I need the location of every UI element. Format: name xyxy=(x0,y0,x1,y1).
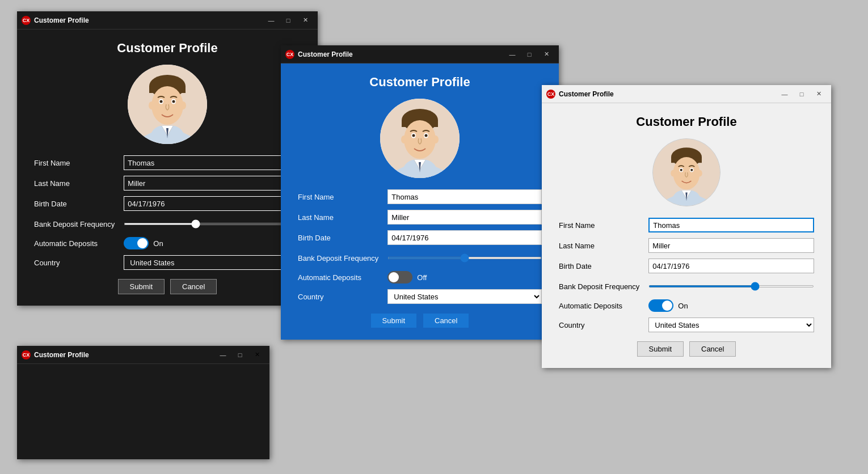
maximize-button-dark-partial[interactable]: □ xyxy=(232,349,248,361)
auto-deposits-toggle-dark[interactable] xyxy=(124,237,149,249)
auto-deposits-toggle-wrap-blue: Off xyxy=(387,271,542,283)
first-name-input-light[interactable] xyxy=(648,218,814,232)
country-label-dark: Country xyxy=(34,259,115,267)
submit-button-light[interactable]: Submit xyxy=(637,341,684,357)
auto-deposits-toggle-blue[interactable] xyxy=(387,271,412,283)
country-select-blue[interactable]: United States Canada United Kingdom xyxy=(387,289,542,304)
titlebar-title-dark: Customer Profile xyxy=(34,16,263,24)
app-icon-dark: CX xyxy=(22,16,31,25)
bank-freq-slider-blue[interactable] xyxy=(387,257,542,259)
customer-profile-window-blue: CX Customer Profile — □ ✕ Customer Profi… xyxy=(281,45,559,340)
titlebar-blue: CX Customer Profile — □ ✕ xyxy=(281,45,559,64)
first-name-input-blue[interactable] xyxy=(387,189,542,204)
country-select-light[interactable]: United States Canada United Kingdom xyxy=(648,318,814,332)
last-name-input-blue[interactable] xyxy=(387,210,542,225)
last-name-input-light[interactable] xyxy=(648,238,814,253)
auto-deposits-label-dark: Automatic Deposits xyxy=(34,239,115,248)
button-row-light: Submit Cancel xyxy=(637,341,736,357)
titlebar-buttons-light: — □ ✕ xyxy=(777,88,827,100)
svg-point-18 xyxy=(401,136,407,143)
bank-freq-slider-wrap-dark xyxy=(124,217,301,231)
titlebar-title-dark-partial: Customer Profile xyxy=(34,351,215,359)
window-body-dark: Customer Profile xyxy=(17,29,318,306)
bank-freq-label-light: Bank Deposit Frequency xyxy=(559,282,639,291)
country-label-blue: Country xyxy=(298,293,378,301)
bank-freq-slider-wrap-blue xyxy=(387,251,542,265)
app-icon-dark-partial: CX xyxy=(22,350,31,359)
close-button-dark-partial[interactable]: ✕ xyxy=(249,349,265,361)
customer-profile-window-dark: CX Customer Profile — □ ✕ Customer Profi… xyxy=(17,11,318,306)
form-grid-dark: First Name Last Name Birth Date Bank Dep… xyxy=(34,155,301,270)
minimize-button-blue[interactable]: — xyxy=(504,48,520,61)
bank-freq-label-dark: Bank Deposit Frequency xyxy=(34,220,115,228)
svg-point-23 xyxy=(673,157,700,189)
svg-point-16 xyxy=(412,134,415,137)
close-button-light[interactable]: ✕ xyxy=(811,88,827,100)
svg-point-17 xyxy=(425,134,428,137)
country-select-dark[interactable]: United States Canada United Kingdom xyxy=(124,255,301,270)
button-row-dark: Submit Cancel xyxy=(118,279,217,294)
titlebar-buttons-dark-partial: — □ ✕ xyxy=(215,349,265,361)
avatar-dark xyxy=(128,65,207,144)
svg-point-13 xyxy=(404,120,436,159)
avatar-blue xyxy=(380,99,460,178)
birth-date-input-dark[interactable] xyxy=(124,196,301,211)
page-title-light: Customer Profile xyxy=(636,115,736,129)
button-row-blue: Submit Cancel xyxy=(370,313,470,328)
auto-deposits-label-light: Automatic Deposits xyxy=(559,302,639,310)
auto-deposits-toggle-light[interactable] xyxy=(648,299,673,312)
svg-point-9 xyxy=(180,101,186,109)
birth-date-label-light: Birth Date xyxy=(559,262,639,270)
auto-deposits-label-blue: Automatic Deposits xyxy=(298,273,378,282)
close-button-dark[interactable]: ✕ xyxy=(297,14,313,27)
auto-deposits-state-dark: On xyxy=(153,239,163,248)
svg-point-3 xyxy=(151,86,183,125)
maximize-button-dark[interactable]: □ xyxy=(280,14,296,27)
titlebar-buttons-blue: — □ ✕ xyxy=(504,48,554,61)
customer-profile-window-light: CX Customer Profile — □ ✕ Customer Profi… xyxy=(542,85,831,368)
last-name-label-light: Last Name xyxy=(559,242,639,250)
submit-button-blue[interactable]: Submit xyxy=(370,313,417,328)
titlebar-buttons-dark: — □ ✕ xyxy=(263,14,313,27)
titlebar-dark-partial: CX Customer Profile — □ ✕ xyxy=(17,346,269,364)
first-name-input-dark[interactable] xyxy=(124,155,301,170)
form-grid-light: First Name Last Name Birth Date Bank Dep… xyxy=(559,218,814,332)
svg-point-27 xyxy=(690,169,693,171)
bank-freq-slider-light[interactable] xyxy=(648,285,814,287)
svg-point-28 xyxy=(671,170,675,177)
cancel-button-blue[interactable]: Cancel xyxy=(423,313,469,328)
avatar-light xyxy=(652,138,720,206)
first-name-label-light: First Name xyxy=(559,221,639,230)
last-name-input-dark[interactable] xyxy=(124,176,301,191)
submit-button-dark[interactable]: Submit xyxy=(118,279,165,294)
svg-point-8 xyxy=(149,101,154,109)
maximize-button-blue[interactable]: □ xyxy=(521,48,537,61)
minimize-button-dark[interactable]: — xyxy=(263,14,279,27)
window-body-blue: Customer Profile xyxy=(281,64,559,340)
titlebar-light: CX Customer Profile — □ ✕ xyxy=(542,85,831,103)
svg-point-19 xyxy=(433,136,439,143)
auto-deposits-state-blue: Off xyxy=(417,273,427,282)
first-name-label-dark: First Name xyxy=(34,159,115,167)
minimize-button-dark-partial[interactable]: — xyxy=(215,349,231,361)
auto-deposits-toggle-wrap-dark: On xyxy=(124,237,301,249)
svg-point-26 xyxy=(680,169,682,171)
birth-date-label-dark: Birth Date xyxy=(34,200,115,208)
app-icon-blue: CX xyxy=(285,50,294,59)
first-name-label-blue: First Name xyxy=(298,193,378,201)
minimize-button-light[interactable]: — xyxy=(777,88,793,100)
close-button-blue[interactable]: ✕ xyxy=(538,48,554,61)
svg-point-7 xyxy=(172,100,175,103)
bank-freq-label-blue: Bank Deposit Frequency xyxy=(298,254,378,263)
titlebar-dark: CX Customer Profile — □ ✕ xyxy=(17,11,318,29)
birth-date-input-blue[interactable] xyxy=(387,230,542,245)
cancel-button-light[interactable]: Cancel xyxy=(689,341,736,357)
birth-date-input-light[interactable] xyxy=(648,259,814,273)
window-body-light: Customer Profile xyxy=(542,103,831,368)
maximize-button-light[interactable]: □ xyxy=(794,88,810,100)
last-name-label-dark: Last Name xyxy=(34,179,115,188)
customer-profile-window-dark-partial: CX Customer Profile — □ ✕ xyxy=(17,346,269,459)
cancel-button-dark[interactable]: Cancel xyxy=(170,279,217,294)
titlebar-title-blue: Customer Profile xyxy=(298,50,504,58)
bank-freq-slider-dark[interactable] xyxy=(124,223,301,225)
